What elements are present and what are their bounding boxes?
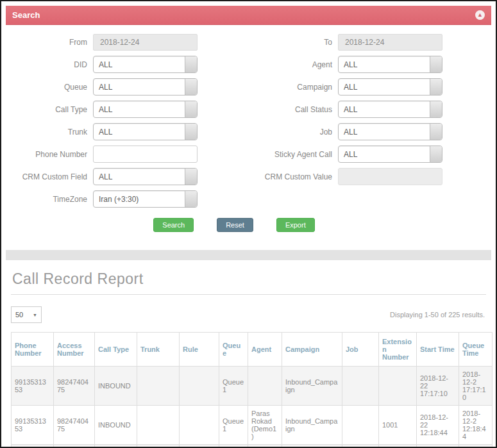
cell-access-number: 9824740475 [54,445,95,448]
sticky-agent-call-select[interactable]: ALL [338,145,442,163]
cell-trunk [137,445,180,448]
crm-custom-field-label: CRM Custom Field [10,172,93,181]
cell-queue-time: 2018-12-2 12:07:06 [459,445,493,448]
dropdown-thumb-icon [185,191,197,207]
to-date-input[interactable]: 2018-12-24 [338,34,442,51]
did-label: DID [10,60,93,69]
cell-trunk [137,406,180,445]
col-queue-time: Queue Time [459,333,493,367]
cell-extension-number: 1001 [379,445,417,448]
phone-number-input[interactable] [93,145,198,163]
caret-down-icon: ▼ [33,313,37,317]
agent-label: Agent [255,60,338,69]
sticky-agent-call-label: Sticky Agent Call [255,150,338,159]
trunk-label: Trunk [10,128,93,137]
cell-queue-time: 2018-12-2 17:17:10 [459,367,493,406]
col-queue: Queue [219,333,248,367]
cell-agent: Paras Rokad (Demo1) [248,406,282,445]
cell-phone-number: 9913531353 [12,445,54,448]
dropdown-thumb-icon [430,79,442,95]
cell-access-number: 9824740475 [54,406,95,445]
job-label: Job [255,128,338,137]
form-row: DID ALL Agent ALL [6,56,491,73]
cell-job [342,406,379,445]
crm-custom-field-select[interactable]: ALL [93,168,198,185]
cell-start-time: 2018-12-22 12:07:06 [417,445,459,448]
search-panel-header: Search ▲ [6,6,491,25]
campaign-label: Campaign [255,83,338,92]
cell-trunk [137,367,180,406]
form-row: From 2018-12-24 To 2018-12-24 [6,34,491,51]
form-row: TimeZone Iran (+3:30) [6,190,491,208]
did-select[interactable]: ALL [93,56,198,73]
col-phone-number: Phone Number [12,333,54,367]
job-select-value: ALL [339,128,430,137]
cell-phone-number: 9913531353 [12,406,54,445]
timezone-select-value: Iran (+3:30) [94,195,185,204]
call-type-label: Call Type [10,105,93,114]
section-divider [6,250,491,260]
call-type-select-value: ALL [94,105,185,114]
phone-number-label: Phone Number [10,150,93,159]
did-select-value: ALL [94,60,185,69]
col-extension-number: Extension Number [379,333,417,367]
dropdown-thumb-icon [185,124,197,140]
col-campaign: Campaign [282,333,342,367]
call-record-table: Phone Number Access Number Call Type Tru… [11,332,493,448]
dropdown-thumb-icon [185,79,197,95]
timezone-select[interactable]: Iran (+3:30) [93,190,198,208]
form-row: Trunk ALL Job ALL [6,123,491,140]
campaign-select[interactable]: ALL [338,78,442,95]
cell-queue: Queue1 [219,367,248,406]
call-status-select[interactable]: ALL [338,101,442,118]
cell-campaign: Inbound_Campaign [282,445,342,448]
agent-select-value: ALL [339,60,430,69]
cell-agent [248,367,282,406]
call-status-select-value: ALL [339,105,430,114]
cell-queue-time: 2018-12-2 12:18:44 [459,406,493,445]
form-row: Call Type ALL Call Status ALL [6,101,491,118]
from-label: From [10,38,93,47]
cell-queue: Queue1 [219,445,248,448]
cell-campaign: Inbound_Campaign [282,367,342,406]
cell-call-type: INBOUND [95,367,137,406]
search-button[interactable]: Search [153,218,194,232]
call-type-select[interactable]: ALL [93,101,198,118]
col-rule: Rule [180,333,219,367]
page-size-select[interactable]: 50 ▼ [11,306,42,323]
form-buttons: Search Reset Export [0,218,491,232]
dropdown-thumb-icon [185,56,197,72]
cell-rule [180,367,219,406]
crm-custom-value-label: CRM Custom Value [255,172,338,181]
search-panel: Search ▲ From 2018-12-24 To 2018-12-24 D… [6,6,491,242]
from-date-input[interactable]: 2018-12-24 [93,34,198,51]
dropdown-thumb-icon [430,146,442,162]
export-button[interactable]: Export [276,218,315,232]
reset-button[interactable]: Reset [217,218,253,232]
cell-call-type: INBOUND [95,406,137,445]
timezone-label: TimeZone [10,195,93,204]
cell-start-time: 2018-12-22 12:18:44 [417,406,459,445]
queue-select[interactable]: ALL [93,78,198,95]
col-start-time: Start Time [417,333,459,367]
dropdown-thumb-icon [185,169,197,185]
collapse-icon[interactable]: ▲ [475,10,485,20]
report-title: Call Record Report [12,270,486,288]
cell-access-number: 9824740475 [54,367,95,406]
cell-agent: Paras Rokad (Demo1) [248,445,282,448]
dropdown-thumb-icon [430,124,442,140]
col-trunk: Trunk [137,333,180,367]
trunk-select[interactable]: ALL [93,123,198,140]
cell-queue: Queue1 [219,406,248,445]
table-header-row: Phone Number Access Number Call Type Tru… [12,333,493,367]
call-record-report-panel: Call Record Report 50 ▼ Displaying 1-50 … [6,261,491,448]
cell-rule [180,445,219,448]
agent-select[interactable]: ALL [338,56,442,73]
form-row: Queue ALL Campaign ALL [6,78,491,95]
cell-phone-number: 9913531353 [12,367,54,406]
cell-rule [180,406,219,445]
cell-extension-number [379,367,417,406]
job-select[interactable]: ALL [338,123,442,140]
crm-custom-field-select-value: ALL [94,172,185,181]
cell-job [342,445,379,448]
